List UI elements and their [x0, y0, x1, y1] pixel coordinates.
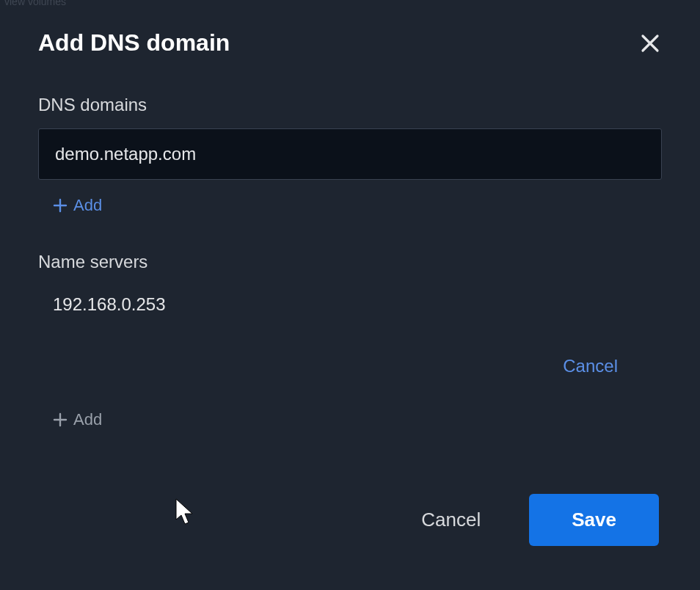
name-servers-label: Name servers — [38, 252, 662, 272]
plus-icon — [53, 412, 68, 427]
add-dns-domain-label: Add — [73, 196, 102, 215]
save-button[interactable]: Save — [529, 494, 659, 546]
add-name-server-button[interactable]: Add — [53, 410, 102, 429]
modal-footer: Cancel Save — [415, 494, 659, 546]
plus-icon — [53, 198, 68, 213]
name-server-cancel-link[interactable]: Cancel — [38, 356, 618, 376]
add-name-server-label: Add — [73, 410, 102, 429]
modal-title: Add DNS domain — [38, 29, 230, 57]
add-dns-domain-button[interactable]: Add — [53, 196, 102, 215]
dns-domains-label: DNS domains — [38, 95, 662, 115]
add-dns-domain-modal: Add DNS domain DNS domains Add Name serv… — [0, 0, 700, 590]
close-icon[interactable] — [638, 32, 662, 55]
dns-domain-input[interactable] — [38, 128, 662, 180]
modal-header: Add DNS domain — [38, 29, 662, 57]
cancel-button[interactable]: Cancel — [415, 498, 486, 542]
name-server-value: 192.168.0.253 — [53, 294, 662, 315]
